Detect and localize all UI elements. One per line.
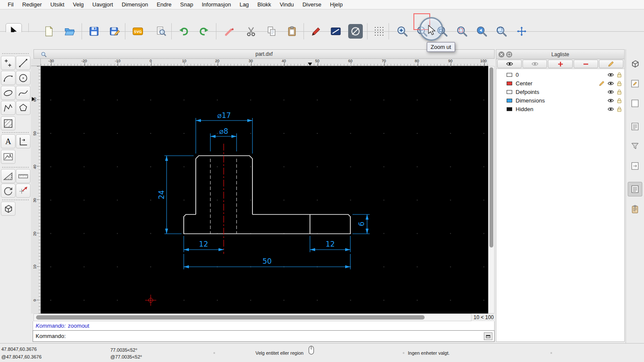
line-tool[interactable] (16, 56, 30, 70)
add-layer-button[interactable] (548, 60, 572, 68)
polygon-tool[interactable] (16, 101, 30, 115)
layer-panel-titlebar[interactable]: Lagliste (496, 50, 624, 59)
layer-color-swatch[interactable] (507, 107, 512, 111)
layer-lock-icon[interactable] (617, 98, 622, 103)
modify-tool[interactable] (1, 184, 15, 198)
menu-hjelp[interactable]: Hjelp (326, 0, 347, 9)
grid-toggle-button[interactable] (372, 24, 386, 39)
menu-vindu[interactable]: Vindu (275, 0, 298, 9)
redraw-button[interactable] (455, 24, 469, 39)
palette-drag-handle[interactable] (2, 132, 29, 133)
close-panel-button[interactable] (498, 51, 504, 57)
layer-color-swatch[interactable] (507, 99, 512, 103)
palette-drag-handle[interactable] (2, 53, 29, 54)
print-preview-button[interactable] (154, 24, 168, 39)
horizontal-scrollbar[interactable] (33, 314, 471, 321)
solid-tool[interactable] (1, 202, 15, 216)
document-titlebar[interactable]: part.dxf (33, 49, 495, 59)
hatch-tool[interactable] (1, 116, 15, 130)
menu-endre[interactable]: Endre (152, 0, 176, 9)
save-button[interactable] (87, 24, 101, 39)
drawing-canvas[interactable]: ⌀17 ⌀8 24 (41, 66, 488, 314)
ordinate-tool[interactable] (16, 134, 30, 148)
dock-layer-list-button[interactable] (628, 182, 642, 196)
layer-name[interactable]: 0 (516, 72, 519, 78)
copy-button[interactable] (264, 24, 279, 39)
previous-view-button[interactable] (474, 24, 489, 39)
layer-color-swatch[interactable] (507, 81, 512, 85)
new-document-button[interactable] (42, 24, 56, 39)
layer-color-swatch[interactable] (507, 90, 512, 94)
dock-filter-button[interactable] (628, 139, 642, 154)
part-outline[interactable] (184, 156, 350, 234)
vertical-scrollbar[interactable] (488, 66, 495, 314)
command-input[interactable]: Kommando: (33, 330, 495, 342)
snap-tool[interactable] (16, 184, 30, 198)
layer-visible-icon[interactable] (608, 72, 614, 77)
layer-visible-icon[interactable] (608, 98, 614, 103)
dim-50[interactable]: 50 (184, 254, 350, 269)
show-all-layers-button[interactable] (497, 60, 522, 68)
layer-lock-icon[interactable] (617, 89, 622, 95)
window-zoom-button[interactable] (494, 24, 509, 39)
dim-24[interactable]: 24 (157, 156, 194, 234)
menu-lag[interactable]: Lag (235, 0, 253, 9)
image-tool[interactable] (1, 150, 15, 164)
layer-visible-icon[interactable] (608, 90, 614, 94)
paste-button[interactable] (285, 24, 299, 39)
menu-blokk[interactable]: Blokk (253, 0, 276, 9)
zoom-in-button[interactable] (395, 24, 410, 39)
dock-blank-panel-button[interactable] (628, 96, 642, 111)
menu-utsikt[interactable]: Utsikt (46, 0, 69, 9)
delete-entity-button[interactable] (222, 24, 237, 39)
float-panel-button[interactable] (506, 51, 512, 57)
text-tool[interactable]: A (1, 134, 15, 148)
layer-visible-icon[interactable] (608, 81, 614, 86)
ellipse-tool[interactable] (1, 86, 15, 100)
dock-command-panel-button[interactable] (628, 159, 642, 173)
undo-button[interactable] (176, 24, 191, 39)
no-fill-toggle-button[interactable] (348, 24, 363, 39)
layer-name[interactable]: Defpoints (516, 89, 539, 95)
command-dock-button[interactable] (484, 332, 492, 340)
layer-visible-icon[interactable] (608, 107, 614, 112)
dim-12-left[interactable]: 12 (184, 236, 224, 252)
layer-lock-icon[interactable] (617, 81, 622, 86)
hide-all-layers-button[interactable] (522, 60, 547, 68)
palette-drag-handle[interactable] (2, 199, 29, 200)
pan-zoom-button[interactable] (514, 24, 529, 39)
distance-tool[interactable] (1, 169, 15, 183)
layer-edit-pencil-icon[interactable] (599, 81, 605, 86)
layer-row[interactable]: Defpoints (496, 87, 624, 96)
layer-row[interactable]: Dimensions (496, 96, 624, 105)
dock-block-edit-button[interactable] (628, 76, 642, 91)
vertical-scrollbar-thumb[interactable] (489, 67, 493, 247)
menu-fil[interactable]: Fil (3, 0, 18, 9)
layer-lock-icon[interactable] (617, 106, 622, 112)
line-attributes-button[interactable] (328, 24, 343, 39)
open-document-button[interactable] (62, 24, 77, 39)
spline-tool[interactable] (16, 86, 30, 100)
dock-library-browser-button[interactable] (628, 202, 642, 217)
dim-12-right[interactable]: 12 (310, 236, 350, 252)
menu-uavgjort[interactable]: Uavgjort (88, 0, 117, 9)
export-svg-button[interactable]: SVG (131, 24, 145, 39)
layer-row[interactable]: Center (496, 79, 624, 87)
save-as-button[interactable] (107, 24, 122, 39)
dim-6[interactable]: 6 (352, 214, 370, 234)
polyline-tool[interactable] (1, 101, 15, 115)
cut-button[interactable] (244, 24, 258, 39)
menu-velg[interactable]: Velg (69, 0, 88, 9)
layer-row[interactable]: Hidden (496, 105, 624, 113)
layer-lock-icon[interactable] (617, 72, 622, 78)
layer-row[interactable]: 0 (496, 70, 624, 79)
edit-layer-button[interactable] (599, 60, 623, 68)
redo-button[interactable] (197, 24, 211, 39)
menu-snap[interactable]: Snap (176, 0, 197, 9)
circle-tool[interactable] (16, 71, 30, 85)
remove-layer-button[interactable] (574, 60, 598, 68)
menu-diverse[interactable]: Diverse (298, 0, 325, 9)
pen-attributes-button[interactable] (309, 24, 323, 39)
arc-tool[interactable] (1, 71, 15, 85)
menu-informasjon[interactable]: Informasjon (197, 0, 235, 9)
